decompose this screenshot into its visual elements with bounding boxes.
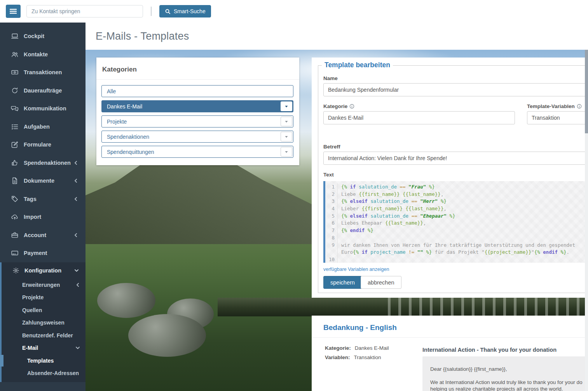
scrollbar-thumb[interactable] (585, 50, 588, 133)
chevron-left-icon (74, 233, 78, 237)
name-input[interactable] (323, 83, 588, 96)
cancel-button[interactable]: abbrechen (361, 276, 401, 289)
chevron-down-icon (76, 346, 80, 350)
sidebar-item-e-mail[interactable]: E-Mail (0, 342, 85, 354)
jump-to-contact-input[interactable] (26, 5, 143, 17)
document-icon (11, 177, 19, 185)
sidebar-item-label: Quellen (22, 307, 42, 313)
code-line: 2Liebe {{first_name}} {{last_name}}, (325, 191, 588, 198)
sidebar-item-label: Zahlungsweisen (22, 319, 65, 326)
credit-card-icon (11, 249, 19, 257)
sidebar-item-absender-adressen[interactable]: Absender-Adressen (0, 367, 85, 380)
template-variables-input[interactable] (527, 111, 588, 124)
category-row-dankes-e-mail[interactable]: Dankes E-Mail (101, 100, 293, 112)
code-line: 5{% elseif salutation_de == "Ehepaar" %} (325, 213, 588, 220)
code-text: {% elseif salutation_de == "Ehepaar" %} (338, 213, 455, 220)
code-line: 10 (325, 256, 588, 263)
editor-code-lines: 1{% if salutation_de == "Frau" %}2Liebe … (325, 183, 588, 263)
code-text: {% if salutation_de == "Frau" %} (338, 183, 435, 191)
code-line: 7{% endif %} (325, 227, 588, 234)
caret-down-icon (284, 119, 289, 124)
preview-title: Bedankung - English (323, 323, 397, 332)
sidebar-item-label: Spendenaktionen (24, 160, 71, 166)
sidebar-item-payment[interactable]: Payment (0, 244, 85, 262)
line-number: 10 (325, 256, 338, 263)
preview-category-row: Kategorie:Dankes E-Mail (325, 345, 389, 351)
preview-variables-value: Transaktion (354, 354, 381, 360)
category-input[interactable] (323, 111, 515, 124)
category-label: Dankes E-Mail (107, 103, 142, 110)
sidebar-item-aufgaben[interactable]: Aufgaben (0, 118, 85, 136)
show-available-variables-link[interactable]: verfügbare Variablen anzeigen (323, 267, 389, 272)
subject-input[interactable] (323, 152, 588, 165)
vertical-scrollbar[interactable] (585, 50, 588, 391)
sidebar-item-quellen[interactable]: Quellen (0, 304, 85, 317)
preview-variables-row: Variablen:Transaktion (325, 354, 381, 360)
template-text-editor[interactable]: 1{% if salutation_de == "Frau" %}2Liebe … (323, 181, 588, 263)
chevron-left-icon (76, 283, 80, 287)
template-edit-panel: Template bearbeiten Name Kategorie Templ… (312, 58, 588, 298)
sidebar-item-label: Tags (24, 196, 37, 202)
page-title: E-Mails - Templates (96, 30, 189, 42)
sidebar-item-label: Kontakte (24, 51, 48, 58)
caret-down-icon (284, 134, 289, 139)
sidebar-item-label: Konfiguration (24, 267, 61, 274)
save-button[interactable]: speichern (323, 276, 362, 289)
sidebar-item-formulare[interactable]: Formulare (0, 136, 85, 154)
code-text: Euro{% if project_name != "" %} für das … (338, 249, 569, 256)
info-icon[interactable] (349, 104, 354, 109)
smart-search-button[interactable]: Smart-Suche (159, 5, 211, 17)
sidebar-item-dauerauftr-ge[interactable]: Daueraufträge (0, 82, 85, 100)
preview-category-label: Kategorie: (325, 345, 351, 351)
hamburger-icon (10, 9, 17, 14)
category-dropdown-button[interactable] (281, 101, 292, 111)
sidebar-item-transaktionen[interactable]: Transaktionen (0, 63, 85, 82)
sidebar-item-kommunikation[interactable]: Kommunikation (0, 99, 85, 118)
sidebar-item-benutzerdef-felder[interactable]: Benutzerdef. Felder (0, 329, 85, 342)
sidebar-item-spendenaktionen[interactable]: Spendenaktionen (0, 154, 85, 172)
sidebar-item-import[interactable]: Import (0, 208, 85, 226)
laptop-icon (11, 32, 19, 40)
preview-body-line: Dear {{salutation}} {{first_name}}, (430, 366, 588, 372)
line-number: 4 (325, 205, 338, 213)
sidebar-item-label: Templates (27, 358, 54, 364)
line-number (325, 249, 338, 256)
sidebar-item-konfiguration[interactable]: Konfiguration (0, 262, 85, 279)
sidebar-item-kontakte[interactable]: Kontakte (0, 45, 85, 64)
sidebar-item-label: Account (24, 232, 46, 238)
konfiguration-children: ErweiterungenProjekteQuellenZahlungsweis… (0, 279, 85, 380)
code-line: 6Liebes Ehepaar {{last_name}}, (325, 220, 588, 227)
banknote-icon (11, 68, 19, 76)
code-text: wir danken Ihnen von Herzen für Ihre tat… (338, 242, 575, 249)
line-number: 1 (325, 183, 338, 191)
sidebar-item-dokumente[interactable]: Dokumente (0, 172, 85, 190)
sidebar-item-templates[interactable]: Templates (0, 354, 85, 367)
sidebar-item-zahlungsweisen[interactable]: Zahlungsweisen (0, 316, 85, 329)
sidebar-item-cockpit[interactable]: Cockpit (0, 27, 85, 45)
category-dropdown-button[interactable] (281, 132, 292, 141)
category-row-spendenquittungen[interactable]: Spendenquittungen (101, 146, 293, 158)
sidebar-item-tags[interactable]: Tags (0, 190, 85, 208)
chevron-left-icon (74, 179, 78, 183)
category-dropdown-button[interactable] (281, 147, 292, 157)
edit-icon (11, 141, 19, 148)
page-header: E-Mails - Templates (85, 23, 588, 50)
sidebar-item-label: Projekte (22, 294, 44, 300)
category-row-projekte[interactable]: Projekte (101, 115, 293, 127)
info-icon[interactable] (577, 104, 582, 109)
line-number: 3 (325, 198, 338, 205)
search-icon (165, 9, 171, 14)
category-row-alle[interactable]: Alle (101, 85, 293, 97)
sidebar-item-projekte[interactable]: Projekte (0, 291, 85, 304)
category-label: Alle (107, 88, 116, 94)
sidebar-main-nav: CockpitKontakteTransaktionenDaueraufträg… (0, 23, 85, 262)
category-row-spendenaktionen[interactable]: Spendenaktionen (101, 131, 293, 143)
briefcase-icon (11, 231, 19, 239)
name-label: Name (323, 75, 338, 81)
sidebar-item-erweiterungen[interactable]: Erweiterungen (0, 279, 85, 292)
preview-body-line: helping us realize charitable projects a… (430, 386, 588, 391)
sidebar-konfiguration-section: Konfiguration ErweiterungenProjekteQuell… (0, 262, 85, 382)
hamburger-menu-button[interactable] (6, 5, 21, 18)
sidebar-item-account[interactable]: Account (0, 226, 85, 244)
category-dropdown-button[interactable] (281, 117, 292, 126)
